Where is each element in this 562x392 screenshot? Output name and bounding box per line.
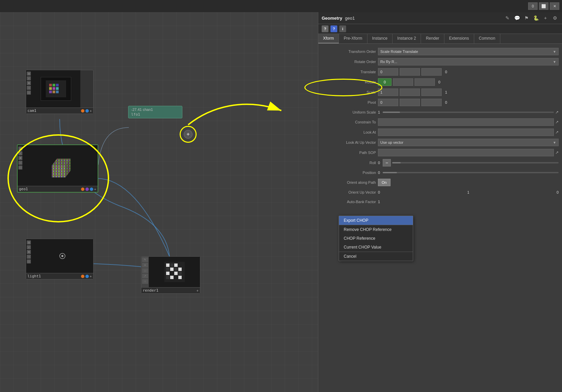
prop-scale: Scale 1 xyxy=(318,87,562,97)
flag-icon[interactable]: ⚑ xyxy=(523,14,530,22)
render1-plus[interactable]: + xyxy=(197,289,199,293)
look-at-up-vector-value[interactable]: Use up vector ▼ xyxy=(378,139,559,146)
help-info-btn[interactable]: i xyxy=(339,25,346,32)
node-render1[interactable]: ✎ ⊙ □ ↗ ☆ xyxy=(141,256,200,294)
node-icon-geo1-5: □ xyxy=(18,165,22,170)
path-sop-value[interactable]: ↗ xyxy=(378,149,559,156)
light1-icon xyxy=(56,251,69,261)
roll-minus-btn[interactable]: − xyxy=(383,159,391,166)
context-menu-remove-chop[interactable]: Remove CHOP Reference xyxy=(339,225,413,234)
top-bar-btn-0[interactable]: 0 xyxy=(528,2,538,10)
top-bar-btn-2[interactable]: ✕ xyxy=(550,2,559,10)
node-icon-light1-2: / xyxy=(27,245,31,249)
geo1-cube xyxy=(43,150,77,181)
geo1-dot-blue xyxy=(90,188,93,191)
cam1-plus[interactable]: + xyxy=(90,109,92,113)
lfo1-label: lfo1 xyxy=(131,112,179,117)
uniform-scale-slider[interactable] xyxy=(383,112,554,113)
scale-y[interactable] xyxy=(400,89,420,96)
rotate-y[interactable] xyxy=(393,78,413,86)
svg-rect-8 xyxy=(56,87,59,90)
light1-dots: + xyxy=(81,274,92,278)
prop-roll: Roll 0 − xyxy=(318,158,562,168)
context-menu-chop-reference[interactable]: CHOP Reference xyxy=(339,234,413,243)
look-at-label: Look At xyxy=(322,130,376,134)
translate-x[interactable] xyxy=(378,68,398,76)
tab-instance[interactable]: Instance xyxy=(367,34,393,43)
roll-value: 0 − xyxy=(378,159,559,166)
constrain-to-arrow: ↗ xyxy=(555,120,559,124)
look-at-input[interactable] xyxy=(378,129,554,136)
look-at-up-vector-dropdown[interactable]: Use up vector ▼ xyxy=(378,139,559,146)
chat-icon[interactable]: 💬 xyxy=(513,14,521,22)
transform-order-dropdown[interactable]: Scale Rotate Translate ▼ xyxy=(378,48,559,55)
node-icon-light1-5: □ xyxy=(27,259,31,263)
svg-rect-26 xyxy=(166,268,169,271)
look-at-up-vector-text: Use up vector xyxy=(380,140,403,144)
node-icon-cam1-5: □ xyxy=(27,91,31,95)
plus-icon[interactable]: + xyxy=(542,14,549,22)
look-at-value[interactable]: ↗ xyxy=(378,129,559,136)
position-slider[interactable] xyxy=(383,172,559,173)
tab-xform[interactable]: Xform xyxy=(318,34,339,43)
node-geo1[interactable]: ⊙ / ✕ → □ xyxy=(17,144,98,193)
top-bar-btn-1[interactable]: ⬜ xyxy=(539,2,548,10)
geo1-dot-orange xyxy=(81,188,84,191)
path-sop-input[interactable] xyxy=(378,149,554,156)
context-menu[interactable]: Export CHOP Remove CHOP Reference CHOP R… xyxy=(339,216,413,261)
translate-y[interactable] xyxy=(400,68,420,76)
translate-z[interactable] xyxy=(421,68,442,76)
constrain-to-input[interactable] xyxy=(378,118,554,126)
pivot-z[interactable] xyxy=(421,99,442,106)
auto-bank-num: 1 xyxy=(378,200,380,204)
context-menu-export-chop[interactable]: Export CHOP xyxy=(339,216,413,225)
rotate-order-value[interactable]: Rx Ry R... ▼ xyxy=(378,58,559,65)
geo1-label: geo1 xyxy=(19,187,28,191)
settings-icon[interactable]: ⚙ xyxy=(551,14,559,22)
svg-rect-28 xyxy=(174,268,178,271)
pencil-icon[interactable]: ✎ xyxy=(504,14,511,22)
node-icon-cam1-4: → xyxy=(27,86,31,90)
svg-rect-29 xyxy=(178,268,182,271)
tab-render[interactable]: Render xyxy=(421,34,444,43)
context-menu-current-chop[interactable]: Current CHOP Value xyxy=(339,243,413,252)
tab-common[interactable]: Common xyxy=(474,34,501,43)
orient-along-path-btn[interactable]: On xyxy=(378,179,390,186)
context-menu-cancel[interactable]: Cancel xyxy=(339,252,413,261)
rotate-x[interactable] xyxy=(378,78,392,86)
geo1-dot-purple xyxy=(85,188,89,191)
pivot-y[interactable] xyxy=(400,99,420,106)
scale-x[interactable] xyxy=(378,89,398,96)
node-light1[interactable]: ⊙ / ✕ → □ light1 + xyxy=(26,239,94,279)
tab-pre-xform[interactable]: Pre-Xform xyxy=(339,34,367,43)
roll-slider[interactable] xyxy=(392,162,559,163)
tab-extensions[interactable]: Extensions xyxy=(444,34,474,43)
svg-rect-6 xyxy=(49,87,52,90)
prop-rotate: Rotate 0 xyxy=(318,77,562,87)
svg-rect-35 xyxy=(178,276,182,279)
render1-dots: + xyxy=(197,289,199,293)
rotate-order-dropdown[interactable]: Rx Ry R... ▼ xyxy=(378,58,559,65)
node-editor[interactable]: ⊙ / ✕ → □ xyxy=(0,12,318,392)
python-icon[interactable]: 🐍 xyxy=(532,14,540,22)
pivot-x[interactable] xyxy=(378,99,398,106)
geo1-label-bar: geo1 + xyxy=(18,186,98,192)
node-icon-light1-1: ⊙ xyxy=(27,240,31,244)
rotate-z[interactable] xyxy=(415,78,435,86)
constrain-to-value[interactable]: ↗ xyxy=(378,118,559,126)
scale-z[interactable] xyxy=(421,89,442,96)
path-sop-label: Path SOP xyxy=(322,151,376,155)
light1-plus[interactable]: + xyxy=(90,274,92,278)
geo1-plus[interactable]: + xyxy=(94,187,96,191)
svg-rect-23 xyxy=(166,263,169,267)
help-doc-btn[interactable]: ? xyxy=(330,25,337,32)
lfo1-plus-btn[interactable]: + xyxy=(184,130,193,139)
transform-order-value[interactable]: Scale Rotate Translate ▼ xyxy=(378,48,559,55)
node-lfo1[interactable]: -27.41 chan1 lfo1 xyxy=(128,106,182,118)
tab-instance2[interactable]: Instance 2 xyxy=(393,34,421,43)
node-cam1[interactable]: ⊙ / ✕ → □ xyxy=(26,70,94,114)
prop-translate: Translate 0 xyxy=(318,67,562,77)
translate-label: Translate xyxy=(322,70,376,74)
help-q-btn[interactable]: ? xyxy=(322,25,328,32)
scale-end-val: 1 xyxy=(443,90,449,95)
